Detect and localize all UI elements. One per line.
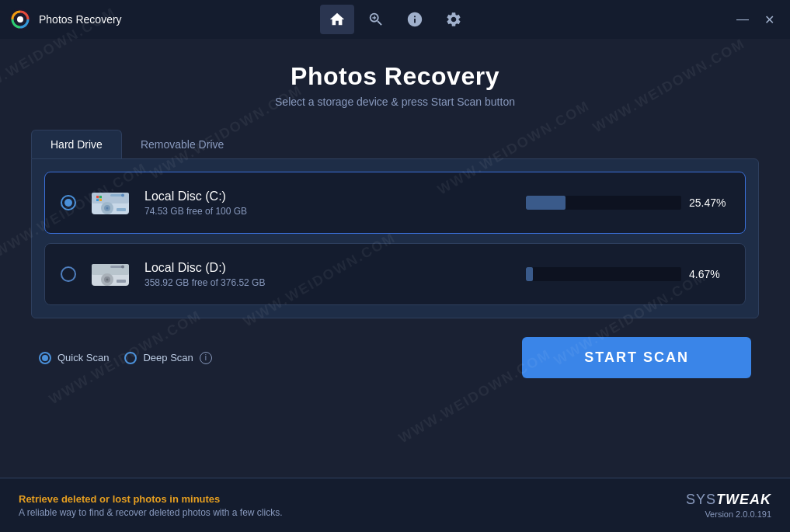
drive-c-progress-bar (526, 196, 681, 210)
drive-d-info: Local Disc (D:) 358.92 GB free of 376.52… (144, 261, 513, 288)
start-scan-button[interactable]: START SCAN (522, 337, 751, 378)
svg-rect-24 (117, 280, 126, 283)
drive-tabs: Hard Drive Removable Drive (31, 130, 759, 158)
svg-rect-10 (99, 199, 102, 201)
tab-removable-drive[interactable]: Removable Drive (122, 130, 242, 158)
drive-item-d[interactable]: Local Disc (D:) 358.92 GB free of 376.52… (44, 243, 746, 305)
drive-d-usage: 4.67% (526, 267, 729, 281)
svg-rect-7 (96, 196, 99, 198)
deep-scan-radio[interactable] (124, 352, 137, 364)
drive-c-usage: 25.47% (526, 196, 729, 210)
quick-scan-radio[interactable] (39, 352, 51, 364)
nav-home[interactable] (320, 5, 354, 34)
deep-scan-label: Deep Scan (143, 352, 193, 363)
brand-sys: SYS (686, 492, 716, 507)
drive-c-radio[interactable] (61, 195, 76, 210)
nav-bar (320, 5, 471, 34)
footer: Retrieve deleted or lost photos in minut… (0, 478, 790, 532)
drive-c-space: 74.53 GB free of 100 GB (144, 206, 513, 217)
drive-d-progress-fill (526, 267, 533, 281)
drive-list: Local Disc (C:) 74.53 GB free of 100 GB … (31, 158, 759, 318)
scan-log-icon (367, 11, 385, 28)
scan-type-options: Quick Scan Deep Scan i (39, 352, 212, 364)
deep-scan-option[interactable]: Deep Scan i (124, 352, 211, 364)
drive-d-radio[interactable] (61, 266, 76, 282)
drive-d-name: Local Disc (D:) (144, 261, 513, 275)
main-content: Photos Recovery Select a storage device … (0, 39, 790, 478)
drive-d-pct: 4.67% (689, 268, 729, 280)
drive-c-pct: 25.47% (689, 196, 729, 209)
svg-point-1 (17, 16, 23, 23)
drive-d-icon (89, 258, 132, 290)
footer-tagline1: Retrieve deleted or lost photos in minut… (19, 493, 283, 505)
footer-left: Retrieve deleted or lost photos in minut… (19, 493, 283, 518)
drive-c-icon (89, 186, 132, 219)
svg-point-12 (121, 194, 124, 197)
minimize-button[interactable]: — (731, 8, 754, 31)
page-title: Photos Recovery (31, 62, 759, 91)
info-icon (406, 11, 423, 28)
footer-brand: SYSTWEAK Version 2.0.0.191 (686, 492, 771, 519)
svg-point-20 (121, 266, 124, 269)
quick-scan-label: Quick Scan (57, 352, 109, 363)
drive-c-info: Local Disc (C:) 74.53 GB free of 100 GB (144, 190, 513, 217)
nav-settings[interactable] (437, 5, 471, 34)
app-logo (9, 9, 31, 30)
svg-point-23 (106, 279, 109, 281)
drive-d-space: 358.92 GB free of 376.52 GB (144, 277, 513, 288)
settings-icon (445, 11, 462, 28)
drive-d-progress-bar (526, 267, 681, 281)
drive-item-c[interactable]: Local Disc (C:) 74.53 GB free of 100 GB … (44, 172, 746, 234)
brand-tweak: TWEAK (716, 492, 771, 507)
drive-c-progress-fill (526, 196, 566, 210)
svg-point-15 (106, 207, 109, 210)
svg-rect-16 (117, 208, 126, 211)
window-controls: — ✕ (731, 8, 781, 31)
svg-rect-9 (96, 199, 99, 201)
titlebar: Photos Recovery — ✕ (0, 0, 790, 39)
svg-rect-3 (374, 16, 374, 19)
quick-scan-option[interactable]: Quick Scan (39, 352, 109, 364)
tab-hard-drive[interactable]: Hard Drive (31, 130, 122, 158)
nav-info[interactable] (398, 5, 432, 34)
brand-version: Version 2.0.0.191 (686, 509, 771, 519)
close-button[interactable]: ✕ (757, 8, 781, 31)
deep-scan-info-icon[interactable]: i (200, 352, 212, 364)
scan-options: Quick Scan Deep Scan i START SCAN (31, 337, 759, 378)
nav-scan-log[interactable] (359, 5, 393, 34)
brand-name: SYSTWEAK (686, 492, 771, 508)
footer-tagline2: A reliable way to find & recover deleted… (19, 507, 283, 518)
home-icon (329, 11, 346, 28)
svg-rect-8 (99, 196, 102, 198)
page-heading: Photos Recovery Select a storage device … (31, 62, 759, 108)
drive-c-name: Local Disc (C:) (144, 190, 513, 203)
page-subtitle: Select a storage device & press Start Sc… (31, 96, 759, 108)
